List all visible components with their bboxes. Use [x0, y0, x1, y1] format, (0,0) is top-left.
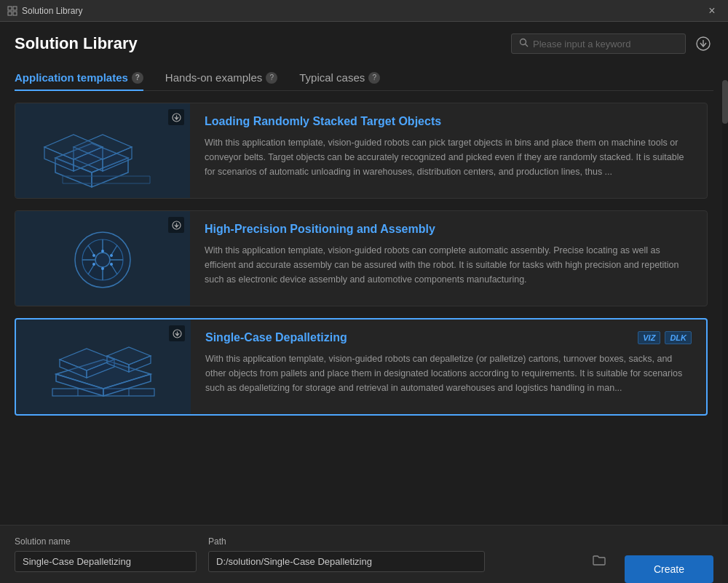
svg-point-34	[101, 250, 104, 253]
path-input-wrap	[208, 551, 610, 572]
path-field: Path	[208, 536, 610, 572]
tabs-row: Application templates ? Hands-on example…	[15, 66, 713, 91]
card-2-body: High-Precision Positioning and Assembly …	[190, 211, 707, 306]
badge-dlk: DLK	[665, 331, 692, 344]
card-1-title: Loading Randomly Stacked Target Objects	[205, 115, 441, 128]
titlebar-text: Solution Library	[22, 6, 82, 16]
card-high-precision[interactable]: High-Precision Positioning and Assembly …	[15, 210, 708, 306]
header-row: Solution Library	[15, 33, 713, 54]
card-2-title-row: High-Precision Positioning and Assembly	[205, 223, 692, 236]
svg-point-36	[92, 254, 95, 257]
card-2-description: With this application template, vision-g…	[205, 243, 692, 287]
solution-name-label: Solution name	[15, 536, 197, 547]
card-3-download-button[interactable]	[169, 325, 185, 341]
svg-point-4	[521, 39, 526, 45]
card-3-title-row: Single-Case Depalletizing VIZ DLK	[205, 331, 692, 344]
card-3-title: Single-Case Depalletizing	[205, 331, 347, 344]
svg-rect-1	[13, 7, 17, 10]
card-1-title-row: Loading Randomly Stacked Target Objects	[205, 115, 692, 128]
main-content: Solution Library	[0, 22, 728, 528]
svg-point-25	[95, 253, 110, 267]
svg-line-5	[526, 44, 529, 47]
path-input[interactable]	[208, 551, 485, 572]
tab-typical-cases-label: Typical cases	[299, 71, 365, 84]
tab-typical-cases[interactable]: Typical cases ?	[299, 66, 380, 91]
svg-point-37	[110, 254, 113, 257]
card-loading-stacked[interactable]: Loading Randomly Stacked Target Objects …	[15, 103, 708, 199]
page-title: Solution Library	[15, 34, 138, 53]
card-single-case-depalletizing[interactable]: Single-Case Depalletizing VIZ DLK With t…	[15, 318, 708, 416]
cards-container: Loading Randomly Stacked Target Objects …	[15, 91, 713, 528]
footer-fields: Solution name Path	[15, 536, 610, 572]
solution-name-input[interactable]	[15, 551, 197, 572]
tab-hands-on-examples-label: Hands-on examples	[165, 71, 262, 84]
tab-hands-on-examples-help[interactable]: ?	[266, 72, 277, 84]
card-2-download-button[interactable]	[168, 217, 184, 233]
card-2-title: High-Precision Positioning and Assembly	[205, 223, 435, 236]
solution-name-field: Solution name	[15, 536, 197, 572]
card-2-image	[15, 211, 190, 306]
svg-rect-3	[13, 12, 17, 15]
svg-point-35	[101, 267, 104, 270]
card-1-body: Loading Randomly Stacked Target Objects …	[190, 103, 707, 198]
title-bar: Solution Library ×	[0, 0, 728, 22]
scrollbar-track	[722, 80, 728, 525]
tab-typical-cases-help[interactable]: ?	[368, 72, 380, 84]
header-right	[511, 33, 713, 54]
path-label: Path	[208, 536, 610, 547]
footer: Solution name Path Create	[0, 525, 728, 583]
tab-application-templates-help[interactable]: ?	[132, 72, 143, 84]
scrollbar-thumb[interactable]	[722, 80, 728, 124]
card-3-badges: VIZ DLK	[638, 331, 692, 344]
create-button[interactable]: Create	[625, 555, 713, 583]
card-3-description: With this application template, vision-g…	[205, 352, 692, 395]
card-1-description: With this application template, vision-g…	[205, 135, 692, 179]
close-button[interactable]: ×	[703, 2, 721, 20]
global-download-button[interactable]	[693, 33, 713, 54]
app-icon	[7, 6, 17, 16]
tab-hands-on-examples[interactable]: Hands-on examples ?	[165, 66, 277, 91]
card-1-image	[15, 103, 190, 198]
tab-application-templates-label: Application templates	[15, 71, 128, 84]
card-3-body: Single-Case Depalletizing VIZ DLK With t…	[191, 320, 706, 414]
folder-browse-button[interactable]	[593, 555, 606, 568]
badge-viz: VIZ	[638, 331, 660, 344]
svg-point-39	[110, 263, 113, 266]
search-box[interactable]	[511, 33, 686, 54]
title-bar-left: Solution Library	[7, 6, 82, 16]
search-input[interactable]	[533, 39, 678, 49]
svg-rect-0	[8, 7, 12, 10]
card-1-download-button[interactable]	[168, 109, 184, 125]
search-icon	[519, 38, 529, 49]
svg-point-38	[92, 263, 95, 266]
card-3-image	[16, 320, 191, 414]
tab-application-templates[interactable]: Application templates ?	[15, 66, 143, 91]
svg-rect-2	[8, 12, 12, 15]
